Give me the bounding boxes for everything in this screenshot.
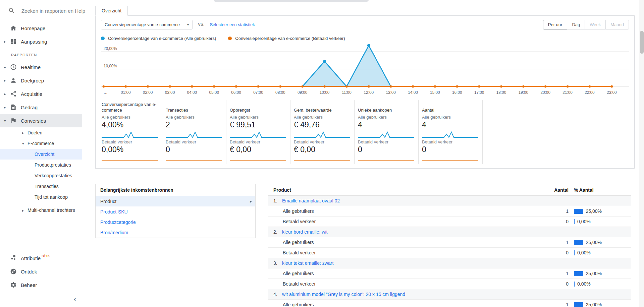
sidebar-item-conversies[interactable]: ▾Conversies [0, 114, 82, 127]
sidebar-item-transacties[interactable]: Transacties [0, 181, 91, 192]
granularity-week[interactable]: Week [585, 20, 606, 29]
sidebar-item-label: Homepage [21, 25, 45, 31]
behavior-icon [10, 104, 17, 111]
sidebar-item-beheer[interactable]: Beheer [0, 278, 91, 292]
sidebar-item-e-commerce[interactable]: ▾E-commerce [0, 138, 91, 149]
col-header-pct-aantal[interactable]: % Aantal [574, 187, 627, 193]
chevron-right-icon: ▸ [4, 105, 6, 110]
bottom-section: Belangrijkste inkomstenbronnen Product▸P… [95, 184, 631, 307]
metric-card-title: Gem. bestelwaarde [294, 102, 350, 113]
chevron-right-icon: ▸ [4, 65, 6, 69]
chevron-right-icon: ▸ [250, 199, 252, 204]
tab-overzicht[interactable]: Overzicht [95, 6, 128, 16]
metric-card-title: Conversiepercentage van e-commerce [102, 102, 158, 113]
pct-value: 0,00% [577, 281, 591, 287]
pct-bar [574, 219, 575, 224]
aantal-value: 1 [542, 302, 569, 307]
sidebar-item-ontdek[interactable]: Ontdek [0, 265, 91, 278]
table-body: 1.Emaille naamplaat ovaal 02Alle gebruik… [268, 196, 631, 307]
sidebar-item-tijd-tot-aankoop[interactable]: Tijd tot aankoop [0, 192, 91, 202]
table-row-product: 1.Emaille naamplaat ovaal 02 [268, 196, 631, 206]
pct-bar [574, 240, 583, 245]
customization-icon [10, 38, 17, 45]
select-metric-link[interactable]: Selecteer een statistiek [210, 22, 255, 27]
svg-text:17:00: 17:00 [474, 90, 484, 95]
pct-value: 0,00% [577, 219, 591, 224]
segment-label: Alle gebruikers [283, 271, 542, 276]
sidebar-item-doelen[interactable]: ▸Doelen [0, 127, 91, 138]
page-scrollbar [639, 0, 644, 307]
svg-text:20,00%: 20,00% [104, 46, 117, 51]
sidebar-item-realtime[interactable]: ▸Realtime [0, 60, 91, 74]
sidebar-item-label: Ontdek [21, 269, 37, 274]
metric-selector-dropdown[interactable]: Conversiepercentage van e-commerce ▾ [101, 20, 193, 29]
col-header-product[interactable]: Product [273, 187, 542, 193]
pct-aantal-cell: 25,00% [574, 271, 627, 276]
sidebar-item-label: Doelgroep [21, 78, 44, 83]
source-item-label: Product [100, 199, 116, 204]
sidebar-item-acquisitie[interactable]: ▸Acquisitie [0, 87, 91, 101]
sidebar-section-rapporten: RAPPORTEN [0, 48, 91, 60]
product-link[interactable]: kleur tekst emaille: zwart [282, 260, 627, 266]
all-users-sparkline [102, 131, 158, 138]
vs-label: VS. [198, 22, 204, 27]
granularity-dag[interactable]: Dag [567, 20, 585, 29]
table-row-segment: Betaald verkeer00,00% [268, 279, 631, 289]
sidebar-item-gedrag[interactable]: ▸Gedrag [0, 101, 91, 114]
sidebar-spacer [0, 219, 91, 251]
sidebar-item-label: Productprestaties [35, 162, 71, 168]
row-number: 2. [273, 229, 282, 235]
source-item-bron-medium[interactable]: Bron/medium [96, 227, 255, 238]
source-item-productcategorie[interactable]: Productcategorie [96, 217, 255, 227]
sidebar-item-label: Realtime [21, 64, 41, 70]
segment-label-paid-traffic: Betaald verkeer [294, 139, 350, 144]
metric-card-title: Transacties [166, 102, 222, 113]
table-row-product: 4.wit aluminium model "Grey is my color"… [268, 289, 631, 300]
source-item-product[interactable]: Product▸ [96, 196, 255, 206]
paid-traffic-sparkline [358, 157, 414, 161]
svg-text:01:00: 01:00 [121, 90, 131, 95]
metric-value-all-users: 4 [422, 120, 478, 129]
metric-value-all-users: 4,00% [102, 120, 158, 129]
admin-icon [10, 282, 17, 288]
source-item-product-sku[interactable]: Product-SKU [96, 206, 255, 217]
aantal-value: 0 [542, 219, 569, 224]
sidebar-item-label: Verkoopprestaties [35, 173, 72, 178]
row-number: 3. [273, 260, 282, 266]
sidebar-search[interactable]: Zoeken in rapporten en Help [0, 0, 91, 21]
collapse-sidebar-button[interactable]: ‹ [74, 296, 76, 303]
pct-value: 25,00% [586, 240, 602, 245]
scrollbar-thumb[interactable] [640, 31, 644, 54]
sidebar-item-productprestaties[interactable]: Productprestaties [0, 160, 91, 170]
product-link[interactable]: Emaille naamplaat ovaal 02 [282, 198, 627, 203]
main-content: Overzicht Conversiepercentage van e-comm… [91, 0, 644, 307]
home-icon [10, 25, 17, 32]
pct-aantal-cell: 0,00% [574, 281, 627, 287]
product-link[interactable]: wit aluminium model "Grey is my color": … [282, 292, 627, 297]
sidebar-item-aanpassing[interactable]: ▸Aanpassing [0, 35, 91, 48]
sidebar-item-attributie[interactable]: AttributieBÈTA [0, 251, 91, 265]
granularity-per-uur[interactable]: Per uur [543, 20, 568, 29]
source-item-label: Product-SKU [100, 209, 128, 214]
metric-card-1: Conversiepercentage van e-commerceAlle g… [98, 100, 162, 164]
metric-value-all-users: € 49,76 [294, 120, 350, 129]
paid-traffic-sparkline [230, 157, 286, 161]
metric-value-all-users: 2 [166, 120, 222, 129]
metric-value-paid-traffic: 0 [422, 145, 478, 154]
realtime-icon [10, 64, 17, 70]
svg-text:22:00: 22:00 [585, 90, 595, 95]
sidebar-item-homepage[interactable]: Homepage [0, 21, 91, 35]
sidebar-item-doelgroep[interactable]: ▸Doelgroep [0, 74, 91, 87]
col-header-aantal[interactable]: Aantal [542, 187, 569, 193]
legend-label: Conversiepercentage van e-commerce (Beta… [235, 36, 345, 41]
app-root: Zoeken in rapporten en Help Homepage▸Aan… [0, 0, 644, 307]
table-row-segment: Alle gebruikers125,00% [268, 268, 631, 279]
product-link[interactable]: kleur bord emaille: wit [282, 229, 627, 235]
paid-traffic-sparkline [294, 157, 350, 161]
sidebar-item-verkoopprestaties[interactable]: Verkoopprestaties [0, 170, 91, 181]
sidebar-item-overzicht[interactable]: Overzicht [0, 149, 82, 160]
metric-card-2: TransactiesAlle gebruikers2Betaald verke… [162, 100, 226, 164]
sidebar-item-multi-channel-trechters[interactable]: ▸Multi-channel trechters [0, 202, 91, 219]
legend-entry-0: Conversiepercentage van e-commerce (Alle… [101, 36, 216, 41]
granularity-maand[interactable]: Maand [605, 20, 629, 29]
